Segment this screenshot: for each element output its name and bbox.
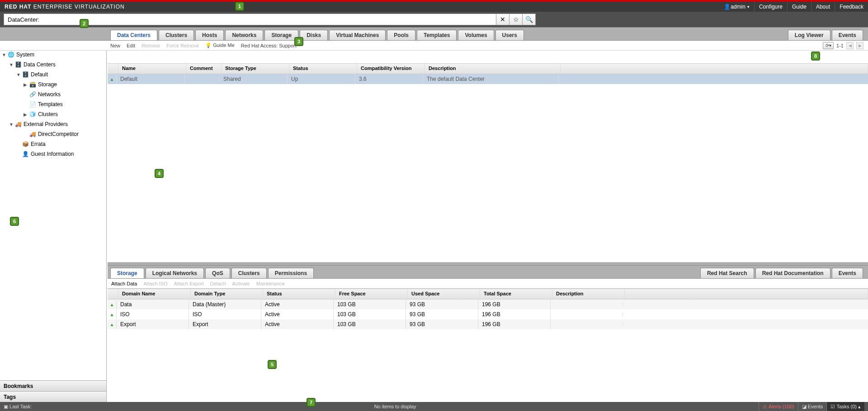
dcol-used[interactable]: Used Space xyxy=(408,289,480,299)
detach-action[interactable]: Detach xyxy=(210,281,226,286)
tree-node-direct-competitor[interactable]: 🚚DirectCompetitor xyxy=(0,129,106,139)
attach-data-action[interactable]: Attach Data xyxy=(111,281,137,286)
tree-node-external-providers[interactable]: ▼🚚External Providers xyxy=(0,119,106,129)
callout-badge-6: 6 xyxy=(10,217,19,226)
activate-action[interactable]: Activate xyxy=(232,281,250,286)
configure-link[interactable]: Configure xyxy=(754,2,787,12)
last-task-label: ▣ Last Task: xyxy=(4,404,32,410)
detail-tab-permissions[interactable]: Permissions xyxy=(268,268,314,278)
no-items-text: No items to display xyxy=(32,404,758,409)
tab-data-centers[interactable]: Data Centers xyxy=(110,30,157,40)
table-row[interactable]: ▲ExportExportActive103 GB93 GB196 GB xyxy=(108,319,868,329)
events-status-button[interactable]: ◪ Events xyxy=(798,402,827,411)
detail-tab-logical-networks[interactable]: Logical Networks xyxy=(146,268,204,278)
user-menu[interactable]: 👤 admin▾ xyxy=(719,2,754,12)
detail-tab-qos[interactable]: QoS xyxy=(205,268,230,278)
errata-icon: 📦 xyxy=(22,140,29,148)
tree-node-default[interactable]: ▼🗄️Default xyxy=(0,70,106,79)
about-link[interactable]: About xyxy=(811,2,835,12)
page-next-button[interactable]: ▶ xyxy=(856,42,863,49)
rh-support-action[interactable]: Red Hat Access: Support xyxy=(241,43,297,48)
resource-tabs: Data Centers Clusters Hosts Networks Sto… xyxy=(0,27,868,41)
col-status xyxy=(108,64,118,74)
up-icon: ▲ xyxy=(110,77,114,82)
bookmark-search-button[interactable]: ☆ xyxy=(509,14,523,25)
guide-link[interactable]: Guide xyxy=(787,2,811,12)
detail-action-bar: Attach Data Attach ISO Attach Export Det… xyxy=(108,279,868,289)
tasks-button[interactable]: ☑ Tasks (0) ▴ xyxy=(826,402,864,411)
search-row: ✕ ☆ 🔍 xyxy=(0,12,868,27)
sidebar-tags[interactable]: Tags xyxy=(0,391,106,402)
dcol-desc[interactable]: Description xyxy=(552,289,625,299)
callout-badge-2: 2 xyxy=(80,19,89,28)
tab-virtual-machines[interactable]: Virtual Machines xyxy=(329,30,386,40)
callout-badge-7: 7 xyxy=(307,398,316,407)
col-status-h[interactable]: Status xyxy=(289,64,357,74)
alerts-button[interactable]: ⚠ Alerts (100) xyxy=(759,402,798,411)
dcol-total[interactable]: Total Space xyxy=(480,289,552,299)
sidebar: System ◀ Expand All Collapse All ⟳ ▼🌐Sys… xyxy=(0,27,107,402)
tree-node-system[interactable]: ▼🌐System xyxy=(0,50,106,60)
col-desc[interactable]: Description xyxy=(425,64,561,74)
col-compat[interactable]: Compatibility Version xyxy=(357,64,425,74)
refresh-button[interactable]: ⟳▾ xyxy=(823,42,834,49)
tree-node-networks[interactable]: 🔗Networks xyxy=(0,89,106,99)
detail-tab-clusters[interactable]: Clusters xyxy=(231,268,267,278)
template-icon: 📄 xyxy=(29,101,36,108)
col-name[interactable]: Name xyxy=(118,64,186,74)
up-icon: ▲ xyxy=(110,302,114,307)
feedback-link[interactable]: Feedback xyxy=(835,2,868,12)
brand: RED HAT ENTERPRISE VIRTUALIZATION xyxy=(0,4,125,10)
status-bar: ▣ Last Task: No items to display ⚠ Alert… xyxy=(0,402,868,411)
nav-tree: ▼🌐System ▼🗄️Data Centers ▼🗄️Default ▶🗃️S… xyxy=(0,48,106,380)
log-viewer-button[interactable]: Log Viewer xyxy=(788,30,830,40)
tree-node-templates[interactable]: 📄Templates xyxy=(0,99,106,109)
table-row[interactable]: ▲DataData (Master)Active103 GB93 GB196 G… xyxy=(108,299,868,309)
guide-me-action[interactable]: 💡 Guide Me xyxy=(205,42,235,48)
col-comment[interactable]: Comment xyxy=(186,64,222,74)
maintenance-action[interactable]: Maintenance xyxy=(256,281,285,286)
detail-tab-storage[interactable]: Storage xyxy=(110,268,144,278)
search-input[interactable] xyxy=(4,16,496,23)
tab-hosts[interactable]: Hosts xyxy=(195,30,224,40)
force-remove-action[interactable]: Force Remove xyxy=(166,43,199,48)
rh-search-button[interactable]: Red Hat Search xyxy=(700,268,754,278)
events-button[interactable]: Events xyxy=(832,30,863,40)
tab-storage[interactable]: Storage xyxy=(264,30,298,40)
tree-node-errata[interactable]: 📦Errata xyxy=(0,139,106,149)
dcol-free[interactable]: Free Space xyxy=(335,289,408,299)
dcol-status[interactable]: Status xyxy=(263,289,335,299)
attach-export-action[interactable]: Attach Export xyxy=(174,281,204,286)
new-action[interactable]: New xyxy=(110,43,120,48)
rh-docs-button[interactable]: Red Hat Documentation xyxy=(755,268,830,278)
edit-action[interactable]: Edit xyxy=(127,43,135,48)
tab-clusters[interactable]: Clusters xyxy=(159,30,194,40)
clear-search-button[interactable]: ✕ xyxy=(496,14,509,25)
search-button[interactable]: 🔍 xyxy=(522,14,536,25)
table-row[interactable]: ▲ISOISOActive103 GB93 GB196 GB xyxy=(108,309,868,319)
remove-action[interactable]: Remove xyxy=(142,43,160,48)
tree-node-clusters[interactable]: ▶🧊Clusters xyxy=(0,109,106,119)
tab-disks[interactable]: Disks xyxy=(300,30,328,40)
tree-node-storage[interactable]: ▶🗃️Storage xyxy=(0,79,106,89)
attach-iso-action[interactable]: Attach ISO xyxy=(143,281,167,286)
table-row[interactable]: ▲ Default Shared Up 3.6 The default Data… xyxy=(108,74,868,84)
cluster-icon: 🧊 xyxy=(29,111,36,118)
page-prev-button[interactable]: ◀ xyxy=(846,42,854,49)
callout-badge-8: 8 xyxy=(811,51,820,61)
datacenter-icon: 🗄️ xyxy=(22,71,29,78)
detail-events-button[interactable]: Events xyxy=(832,268,863,278)
tree-node-guest-info[interactable]: 👤Guest Information xyxy=(0,149,106,159)
tab-pools[interactable]: Pools xyxy=(387,30,415,40)
tree-node-data-centers[interactable]: ▼🗄️Data Centers xyxy=(0,60,106,70)
provider-icon: 🚚 xyxy=(14,121,22,128)
dcol-domain-name[interactable]: Domain Name xyxy=(118,289,191,299)
user-icon: 👤 xyxy=(22,150,29,158)
tab-volumes[interactable]: Volumes xyxy=(458,30,494,40)
tab-users[interactable]: Users xyxy=(495,30,524,40)
col-storage-type[interactable]: Storage Type xyxy=(222,64,289,74)
tab-templates[interactable]: Templates xyxy=(417,30,457,40)
tab-networks[interactable]: Networks xyxy=(225,30,263,40)
dcol-domain-type[interactable]: Domain Type xyxy=(191,289,263,299)
sidebar-bookmarks[interactable]: Bookmarks xyxy=(0,380,106,391)
